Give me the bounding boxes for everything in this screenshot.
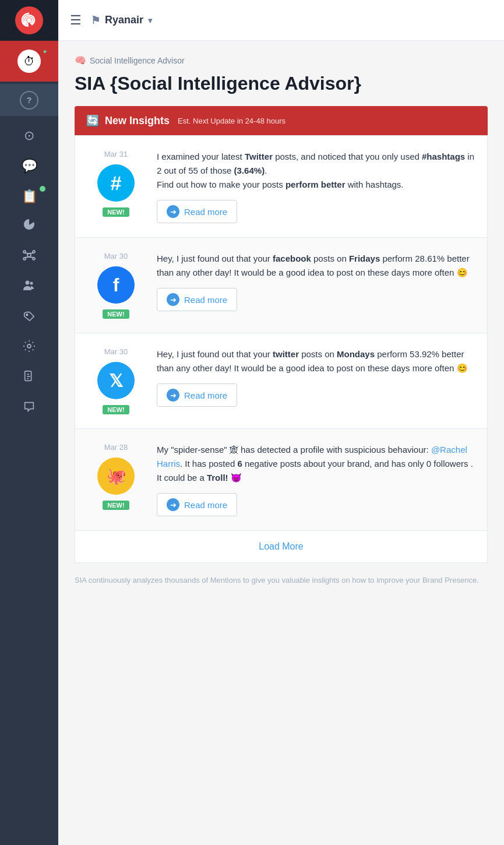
- dashboard-icon: ⏱: [17, 50, 41, 73]
- svg-point-1: [27, 254, 31, 257]
- arrow-icon-2: ➜: [167, 293, 179, 306]
- read-more-label-2: Read more: [184, 295, 227, 305]
- insights-list: Mar 31 # New! I examined your latest Twi…: [75, 135, 488, 531]
- analytics-icon: [22, 218, 36, 235]
- insight-date-4: Mar 28: [104, 443, 128, 452]
- read-more-label-3: Read more: [184, 390, 227, 400]
- content-area: 🧠 Social Intelligence Advisor SIA {Socia…: [58, 41, 504, 845]
- facebook-symbol: f: [113, 276, 119, 294]
- sidebar-item-audience[interactable]: [0, 272, 58, 302]
- sidebar-item-analytics[interactable]: [0, 212, 58, 242]
- posts-icon: 📋: [22, 189, 37, 204]
- new-insights-banner: 🔄 New Insights Est. Next Update in 24-48…: [75, 106, 488, 135]
- insight-right-2: Hey, I just found out that your facebook…: [157, 252, 475, 319]
- insight-card-twitter-monday: Mar 30 𝕏 New! Hey, I just found out that…: [75, 333, 487, 429]
- insight-text-3: Hey, I just found out that your twitter …: [157, 347, 475, 375]
- x-symbol: 𝕏: [109, 371, 123, 391]
- chat-icon: [23, 400, 36, 417]
- sidebar-item-tags[interactable]: [0, 302, 58, 333]
- load-more-button[interactable]: Load More: [259, 541, 304, 552]
- insight-left-3: Mar 30 𝕏 New!: [87, 347, 145, 414]
- new-badge-3: New!: [103, 405, 129, 414]
- sidebar-item-posts[interactable]: 📋: [0, 181, 58, 212]
- hamburger-menu[interactable]: ☰: [70, 13, 82, 28]
- app-logo[interactable]: [0, 0, 58, 41]
- read-more-button-2[interactable]: ➜ Read more: [157, 288, 237, 311]
- insight-right-4: My "spider-sense" 🕸 has detected a profi…: [157, 443, 475, 516]
- spider-icon: 🐙: [97, 457, 135, 495]
- facebook-icon: f: [97, 266, 135, 304]
- insight-date-3: Mar 30: [104, 347, 128, 356]
- info-icon: ⊙: [24, 128, 34, 143]
- insight-date-1: Mar 31: [104, 150, 128, 159]
- read-more-label-4: Read more: [184, 500, 227, 510]
- svg-point-10: [26, 281, 30, 285]
- read-more-button-4[interactable]: ➜ Read more: [157, 493, 237, 516]
- sidebar-item-chat[interactable]: [0, 393, 58, 424]
- sidebar-item-mentions[interactable]: 💬: [0, 151, 58, 181]
- sidebar: ✦ ⏱ ? ⊙ 💬 📋: [0, 0, 58, 845]
- insight-left-2: Mar 30 f New!: [87, 252, 145, 319]
- settings-icon: [22, 339, 36, 357]
- twitter-hashtag-icon: #: [97, 164, 135, 202]
- spark-icon: ✦: [42, 48, 48, 56]
- banner-subtitle: Est. Next Update in 24-48 hours: [178, 117, 286, 125]
- sidebar-item-reports[interactable]: [0, 363, 58, 393]
- page-title: SIA {Social Intelligence Advisor}: [75, 73, 488, 94]
- mentions-icon: 💬: [22, 159, 37, 174]
- topbar: ☰ ⚑ Ryanair ▾: [58, 0, 504, 41]
- sidebar-active-dashboard[interactable]: ✦ ⏱: [0, 41, 58, 82]
- read-more-button-3[interactable]: ➜ Read more: [157, 383, 237, 407]
- twitter-x-icon: 𝕏: [97, 362, 135, 399]
- chevron-down-icon: ▾: [148, 16, 152, 25]
- main-area: ☰ ⚑ Ryanair ▾ 🧠 Social Intelligence Advi…: [58, 0, 504, 845]
- svg-rect-14: [25, 371, 31, 381]
- svg-line-9: [29, 257, 34, 258]
- footer-note: SIA continuously analyzes thousands of M…: [75, 575, 488, 586]
- breadcrumb: 🧠 Social Intelligence Advisor: [75, 55, 488, 66]
- arrow-icon-4: ➜: [167, 498, 179, 511]
- brand-name: Ryanair: [105, 14, 143, 26]
- insight-left-4: Mar 28 🐙 New!: [87, 443, 145, 516]
- sidebar-item-settings[interactable]: [0, 333, 58, 363]
- insight-text-1: I examined your latest Twitter posts, an…: [157, 150, 475, 192]
- read-more-button-1[interactable]: ➜ Read more: [157, 200, 237, 223]
- svg-line-6: [24, 253, 29, 254]
- breadcrumb-text: Social Intelligence Advisor: [90, 56, 185, 65]
- insight-date-2: Mar 30: [104, 252, 128, 260]
- read-more-label-1: Read more: [184, 207, 227, 217]
- refresh-icon: 🔄: [86, 114, 99, 127]
- flag-icon: ⚑: [91, 14, 100, 27]
- insight-right-3: Hey, I just found out that your twitter …: [157, 347, 475, 414]
- svg-point-0: [27, 18, 31, 23]
- question-circle-icon: ?: [20, 91, 38, 110]
- banner-title: New Insights: [105, 115, 170, 127]
- arrow-icon-3: ➜: [167, 389, 179, 402]
- logo-icon: [15, 6, 43, 34]
- posts-badge: [40, 186, 45, 192]
- svg-point-11: [30, 282, 33, 285]
- tags-icon: [23, 309, 36, 326]
- insight-card-hashtag: Mar 31 # New! I examined your latest Twi…: [75, 136, 487, 238]
- insight-text-2: Hey, I just found out that your facebook…: [157, 252, 475, 280]
- svg-point-12: [26, 314, 28, 316]
- insight-right-1: I examined your latest Twitter posts, an…: [157, 150, 475, 223]
- new-badge-1: New!: [103, 207, 129, 217]
- new-badge-2: New!: [103, 309, 129, 319]
- load-more-section: Load More: [75, 531, 488, 563]
- brand-selector[interactable]: ⚑ Ryanair ▾: [91, 14, 152, 27]
- insight-left-1: Mar 31 # New!: [87, 150, 145, 223]
- svg-line-7: [29, 253, 34, 254]
- sidebar-question-item[interactable]: ?: [0, 84, 58, 116]
- sidebar-nav: ⊙ 💬 📋: [0, 121, 58, 424]
- network-icon: [22, 248, 36, 266]
- sidebar-item-network[interactable]: [0, 242, 58, 272]
- sidebar-item-info[interactable]: ⊙: [0, 121, 58, 151]
- insight-card-troll: Mar 28 🐙 New! My "spider-sense" 🕸 has de…: [75, 429, 487, 530]
- reports-icon: [23, 370, 36, 386]
- hashtag-symbol: #: [111, 173, 122, 193]
- sia-breadcrumb-icon: 🧠: [75, 55, 86, 66]
- audience-icon: [22, 279, 36, 296]
- insight-text-4: My "spider-sense" 🕸 has detected a profi…: [157, 443, 475, 485]
- svg-point-13: [27, 344, 31, 348]
